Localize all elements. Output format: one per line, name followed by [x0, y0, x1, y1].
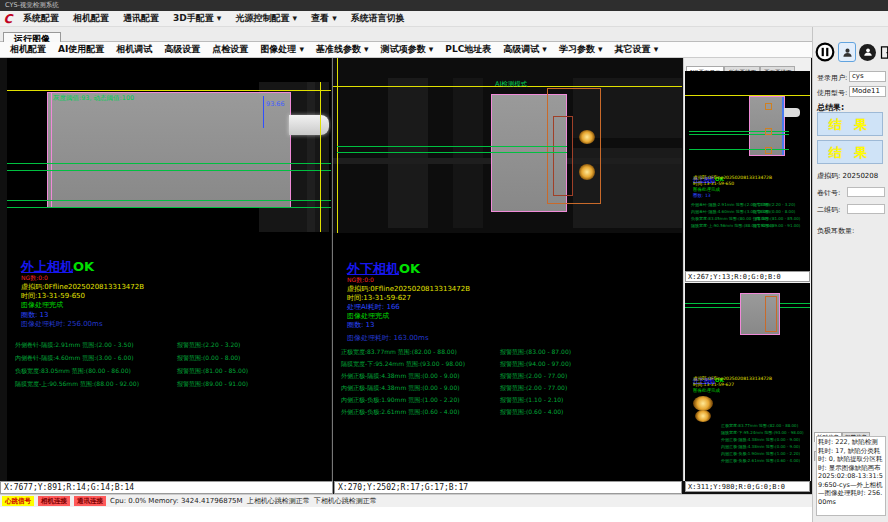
left-camera-status: OK [73, 259, 94, 274]
user-account-button[interactable] [859, 44, 876, 61]
right-ai-overlay: AI检测模式 [495, 80, 527, 89]
tool-learning-params[interactable]: 学习参数 ▾ [553, 43, 609, 56]
pin-number-label: 卷针号: [817, 188, 840, 198]
mini-bottom-row-4: 内侧正极-负极:1.90mm 范围:(1.00 - 2.20) [721, 451, 800, 456]
right-row-5-alarm: 报警范围:(0.60 - 4.00) [500, 408, 563, 417]
mini-top-barcode: 虚拟码:0Ffline2025020813313472B [693, 175, 772, 180]
result-box-2: 结 果 [817, 140, 883, 164]
right-row-0-alarm: 报警范围:(83.00 - 87.00) [500, 348, 571, 357]
tool-other-settings[interactable]: 其它设置 ▾ [609, 43, 665, 56]
left-camera-title: 外上相机 [21, 259, 73, 274]
left-camera-title-row: 外上相机OK [21, 256, 94, 276]
tool-ai-config[interactable]: AI使用配置 [52, 43, 110, 56]
right-row-1-alarm: 报警范围:(94.00 - 97.00) [500, 360, 571, 369]
mini-top-row-0-alarm: 报警范围:(2.20 - 3.20) [753, 202, 795, 207]
app-window: CYS-视觉检测系统 C 系统配置 相机配置 通讯配置 3D手配置 ▾ 光源控制… [0, 0, 888, 522]
virtual-code-row: 虚拟码: 20250208 [817, 171, 878, 181]
left-camera-panel[interactable]: 灰度阈值:93, 动态阈值:100 93.66 外上相机OK NG数:0:0 虚… [7, 58, 331, 481]
mini-bottom-camera-view[interactable]: 外下相机OK 虚拟码:0Ffline2025020813313472B 时间:1… [685, 283, 810, 481]
mini-top-camera-view[interactable]: 外上相机OK 虚拟码:0Ffline2025020813313472B 时间:1… [685, 71, 810, 271]
camera-connect-badge: 相机连接 [38, 496, 70, 506]
right-elapsed: 图像处理耗时: 163.00ms [347, 333, 429, 343]
tab-count-label: 负极耳数量: [817, 226, 854, 236]
menu-light-config[interactable]: 光源控制配置 ▾ [228, 12, 304, 25]
menu-language-switch[interactable]: 系统语言切换 [344, 12, 412, 25]
left-tab-object [289, 115, 329, 135]
right-camera-title: 外下相机 [347, 261, 399, 276]
right-camera-panel[interactable]: AI检测模式 外下相机OK NG数:0:0 虚拟码:0Ffline2025020… [332, 58, 682, 481]
mini-bottom-gold-spot-1 [693, 396, 713, 411]
left-image-bg-stripe2 [307, 82, 315, 232]
right-camera-title-row: 外下相机OK [347, 258, 420, 278]
mini-top-orange-box-1 [765, 103, 772, 110]
right-row-2-alarm: 报警范围:(2.00 - 77.00) [500, 372, 567, 381]
exit-button[interactable] [879, 45, 888, 60]
mini-top-tab-object [784, 108, 800, 117]
tool-camera-debug[interactable]: 相机调试 [110, 43, 158, 56]
tool-camera-config[interactable]: 相机配置 [4, 43, 52, 56]
left-done: 图像处理完成 [21, 300, 63, 310]
user-login-button[interactable] [838, 42, 856, 62]
mini-bottom-row-0: 正极宽度:83.77mm 范围:(82.00 - 88.00) [721, 423, 798, 428]
cpu-memory-text: Cpu: 0.0% Memory: 3424.41796875M [110, 497, 243, 505]
tool-advanced-settings[interactable]: 高级设置 [158, 43, 206, 56]
mini-top-blue-edge [782, 97, 784, 155]
left-separator-region [47, 92, 291, 208]
left-row-2-alarm: 报警范围:(81.00 - 85.00) [177, 367, 248, 376]
mini-bottom-row-3: 内侧正极-隔膜:4.38mm 范围:(0.00 - 9.00) [721, 444, 800, 449]
right-gold-spot-2 [579, 164, 595, 180]
tool-advanced-debug[interactable]: 高级调试 ▾ [497, 43, 553, 56]
right-row-3: 内侧正极-隔膜:4.38mm 范围:(0.00 - 9.00) [341, 384, 460, 393]
mini-top-green-line-3 [689, 149, 789, 150]
log-text[interactable]: 耗时: 222, 缺陷检测耗时: 17, 缺陷分类耗时: 0, 缺陷提取分区耗时… [816, 436, 886, 516]
model-value[interactable]: Mode11 [849, 86, 886, 97]
menu-system-config[interactable]: 系统配置 [16, 12, 66, 25]
left-threshold-overlay: 灰度阈值:93, 动态阈值:100 [53, 94, 134, 103]
qr-code-field[interactable] [847, 204, 885, 214]
mini-bottom-gold-spot-2 [695, 410, 711, 422]
menu-3d-config[interactable]: 3D手配置 ▾ [166, 12, 228, 25]
tool-spot-check[interactable]: 点检设置 [206, 43, 254, 56]
right-gold-spot-1 [579, 130, 595, 144]
comm-connect-badge: 通讯连接 [74, 496, 106, 506]
menu-camera-config[interactable]: 相机配置 [66, 12, 116, 25]
heartbeat-badge: 心跳信号 [2, 496, 34, 506]
status-bar: 心跳信号 相机连接 通讯连接 Cpu: 0.0% Memory: 3424.41… [0, 494, 812, 507]
mini-bottom-time: 时间:13-31-59-627 [693, 382, 734, 387]
pin-number-field[interactable] [847, 187, 885, 197]
right-row-1: 隔膜宽度-下:95.24mm 范围:(93.00 - 98.00) [341, 360, 465, 369]
right-coordinate-bar: X:270;Y:2502;R:17;G:17;B:17 [334, 481, 682, 494]
tool-baseline-params[interactable]: 基准线参数 ▾ [310, 43, 375, 56]
mini-top-green-line-2 [689, 134, 789, 135]
login-user-label: 登录用户: [817, 73, 847, 83]
tool-image-processing[interactable]: 图像处理 ▾ [254, 43, 310, 56]
menu-view[interactable]: 查看 ▾ [304, 12, 344, 25]
left-row-0: 外侧卷针-隔膜:2.91mm 范围:(2.00 - 3.50) [15, 341, 134, 350]
tool-test-params[interactable]: 测试项参数 ▾ [375, 43, 440, 56]
tool-plc-address[interactable]: PLC地址表 [439, 43, 497, 56]
top-camera-heartbeat-text: 上相机心跳检测正常 [247, 496, 310, 506]
mini-top-yellow-hline [685, 95, 810, 96]
mini-top-row-3-alarm: 报警范围:(89.00 - 91.00) [753, 223, 800, 228]
mini-bottom-row-2: 外侧正极-隔膜:4.38mm 范围:(0.00 - 9.00) [721, 437, 800, 442]
left-blue-measure-line [263, 96, 264, 128]
mini-bottom-barcode: 虚拟码:0Ffline2025020813313472B [693, 376, 772, 381]
right-brown-rect [553, 116, 573, 196]
mini-top-done: 图像处理完成 [693, 187, 720, 192]
mini-top-time: 时间:13-31-59-650 [693, 181, 734, 186]
pause-button[interactable] [815, 42, 835, 62]
bottom-strip [0, 507, 812, 522]
left-green-line-4 [7, 207, 331, 208]
left-row-2: 负极宽度:83.05mm 范围:(80.00 - 86.00) [15, 367, 131, 376]
mini-bottom-done: 图像处理完成 [693, 388, 720, 393]
menu-comm-config[interactable]: 通讯配置 [116, 12, 166, 25]
window-title: CYS-视觉检测系统 [5, 1, 59, 9]
login-user-value[interactable]: cys [849, 71, 886, 82]
mini-bottom-row-5: 外侧正极-负极:2.61mm 范围:(0.60 - 4.00) [721, 458, 800, 463]
mini-top-turns: 圈数: 13 [693, 193, 711, 198]
left-green-line-1 [7, 163, 331, 164]
right-row-4: 内侧正极-负极:1.90mm 范围:(1.00 - 2.20) [341, 396, 460, 405]
left-green-line-3 [7, 200, 331, 201]
left-measure-label: 93.66 [266, 100, 285, 108]
right-camera-status: OK [399, 261, 420, 276]
